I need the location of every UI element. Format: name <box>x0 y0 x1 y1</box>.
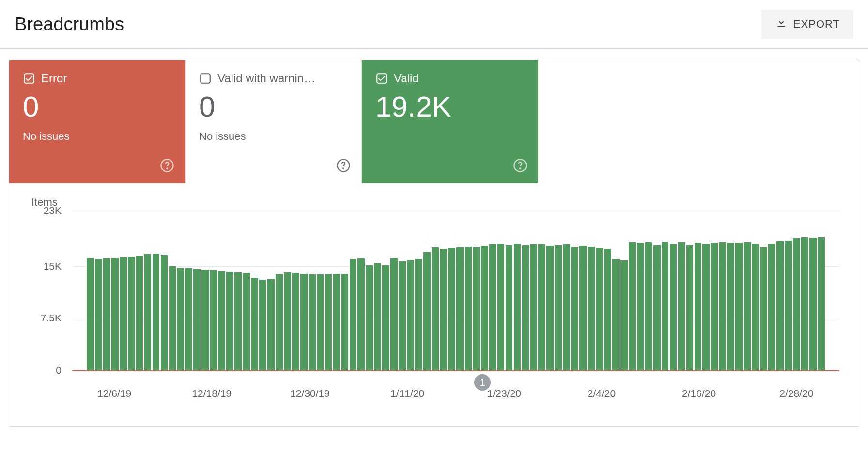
chart-bar[interactable] <box>111 258 119 370</box>
chart-bar[interactable] <box>645 242 652 370</box>
chart-bar[interactable] <box>276 274 283 370</box>
chart-bar[interactable] <box>695 243 702 370</box>
chart-bar[interactable] <box>686 245 694 370</box>
chart-bar[interactable] <box>251 278 258 370</box>
chart-bar[interactable] <box>234 272 242 370</box>
chart-y-label: Items <box>31 196 844 209</box>
chart-bar[interactable] <box>752 244 759 370</box>
chart-bar[interactable] <box>785 241 792 370</box>
chart-bar[interactable] <box>620 260 628 370</box>
chart-bar[interactable] <box>530 244 537 370</box>
chart-bar[interactable] <box>136 256 143 370</box>
status-warning-label: Valid with warnin… <box>217 72 315 85</box>
chart-bar[interactable] <box>538 244 545 370</box>
export-button[interactable]: EXPORT <box>761 10 853 39</box>
chart-bar[interactable] <box>653 245 661 370</box>
chart-bar[interactable] <box>226 272 233 370</box>
chart-bar[interactable] <box>719 242 726 370</box>
chart-bar[interactable] <box>555 245 562 370</box>
chart-bar[interactable] <box>514 244 521 370</box>
page-title: Breadcrumbs <box>15 14 124 35</box>
chart-bar[interactable] <box>177 268 184 370</box>
chart-bar[interactable] <box>662 242 669 370</box>
chart-bar[interactable] <box>571 247 578 370</box>
chart-bar[interactable] <box>193 269 201 370</box>
chart-bar[interactable] <box>366 265 373 370</box>
chart-bar[interactable] <box>448 248 455 370</box>
chart-bar[interactable] <box>522 245 529 370</box>
chart-bar[interactable] <box>432 247 439 370</box>
chart-bar[interactable] <box>793 238 800 370</box>
status-card-error[interactable]: Error 0 No issues <box>9 60 186 183</box>
chart-bar[interactable] <box>588 247 595 370</box>
chart-bar[interactable] <box>317 274 324 370</box>
chart-bar[interactable] <box>702 244 710 370</box>
chart-bar[interactable] <box>670 244 677 370</box>
chart-bar[interactable] <box>128 257 135 370</box>
chart-bar[interactable] <box>809 238 817 370</box>
chart-bar[interactable] <box>744 242 751 370</box>
chart-bar[interactable] <box>169 266 176 370</box>
chart-bar[interactable] <box>333 274 341 370</box>
chart-bar[interactable] <box>399 261 406 370</box>
chart-bar[interactable] <box>481 246 488 370</box>
chart-bar[interactable] <box>604 249 611 370</box>
chart-bar[interactable] <box>185 268 192 370</box>
chart-bar[interactable] <box>801 237 808 370</box>
chart-bar[interactable] <box>727 243 734 370</box>
chart-bar[interactable] <box>465 247 472 370</box>
chart-bar[interactable] <box>202 270 209 370</box>
chart-bar[interactable] <box>506 245 513 370</box>
chart-bar[interactable] <box>103 258 110 370</box>
chart-bar[interactable] <box>629 242 636 370</box>
chart-bar[interactable] <box>309 274 316 370</box>
chart-bar[interactable] <box>350 259 357 370</box>
status-card-warning[interactable]: Valid with warnin… 0 No issues <box>186 60 362 183</box>
chart-bar[interactable] <box>341 274 349 370</box>
chart-bar[interactable] <box>95 259 102 370</box>
chart-bar[interactable] <box>390 258 398 370</box>
chart-bar[interactable] <box>300 274 308 370</box>
help-icon[interactable] <box>336 158 351 173</box>
chart-bar[interactable] <box>768 244 775 370</box>
chart-bar[interactable] <box>284 272 291 370</box>
chart-bar[interactable] <box>489 244 496 370</box>
chart-bar[interactable] <box>596 248 603 370</box>
chart-bar[interactable] <box>415 259 422 370</box>
chart-bar[interactable] <box>612 259 620 370</box>
chart-bar[interactable] <box>776 241 784 370</box>
chart-bar[interactable] <box>407 260 414 370</box>
chart-bar[interactable] <box>579 246 587 370</box>
chart-bar[interactable] <box>161 255 168 370</box>
chart-bar[interactable] <box>818 237 825 370</box>
chart-bar[interactable] <box>563 244 570 370</box>
chart-bar[interactable] <box>456 247 464 370</box>
status-card-valid[interactable]: Valid 19.2K <box>362 60 538 183</box>
chart-bar[interactable] <box>153 254 160 370</box>
chart-bar[interactable] <box>760 247 767 370</box>
chart-bar[interactable] <box>218 271 225 370</box>
help-icon[interactable] <box>160 158 174 173</box>
chart-bar[interactable] <box>382 265 389 370</box>
help-icon[interactable] <box>513 158 527 173</box>
chart-bar[interactable] <box>440 249 447 370</box>
chart-bar[interactable] <box>120 257 127 370</box>
chart-bar[interactable] <box>267 279 275 370</box>
chart-bar[interactable] <box>144 254 152 370</box>
chart-bar[interactable] <box>259 280 266 370</box>
chart-bar[interactable] <box>497 244 505 370</box>
chart-bar[interactable] <box>374 263 381 370</box>
chart-bar[interactable] <box>357 258 365 370</box>
chart-bar[interactable] <box>243 273 250 370</box>
chart-bar[interactable] <box>210 270 217 370</box>
chart-bar[interactable] <box>735 243 743 370</box>
chart-bar[interactable] <box>473 247 480 370</box>
chart-bar[interactable] <box>546 246 554 370</box>
chart-bar[interactable] <box>423 252 431 370</box>
chart-bar[interactable] <box>711 243 718 370</box>
chart-bar[interactable] <box>678 242 685 370</box>
chart-bar[interactable] <box>325 274 332 370</box>
chart-bar[interactable] <box>637 243 644 370</box>
chart-bar[interactable] <box>87 258 94 370</box>
chart-bar[interactable] <box>292 273 299 370</box>
